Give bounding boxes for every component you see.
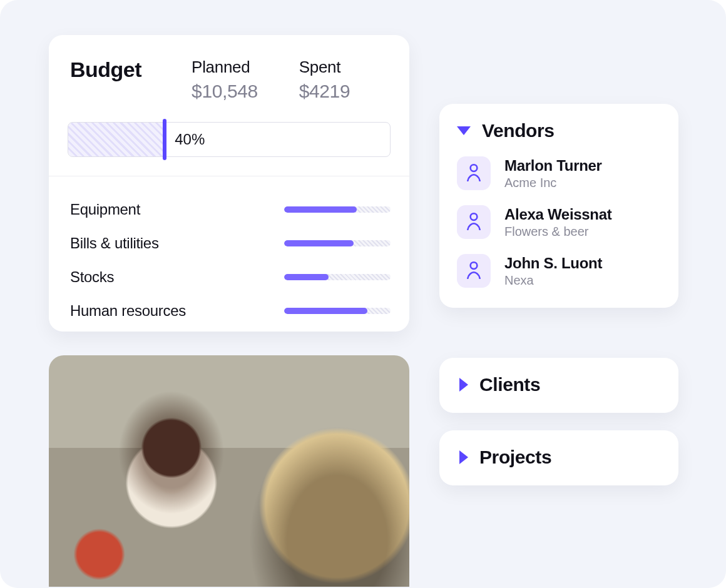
chevron-down-icon [457,126,471,135]
budget-header: Budget Planned $10,548 Spent $4219 [68,58,391,102]
chevron-right-icon [459,450,468,464]
spent-label: Spent [299,58,350,77]
budget-row-label: Human resources [70,302,186,320]
clients-title: Clients [479,374,540,395]
budget-row-bar [284,274,391,280]
budget-row-stocks: Stocks [70,260,391,294]
feature-photo [49,355,409,587]
budget-progress-bar[interactable]: 40% [68,122,391,157]
vendor-list: Marlon Turner Acme Inc Alexa Weissnat Fl… [457,156,661,288]
vendor-company: Flowers & beer [504,225,611,239]
vendor-company: Acme Inc [504,176,602,190]
budget-row-label: Equipment [70,201,140,218]
chevron-right-icon [459,378,468,392]
person-icon [466,211,482,233]
planned-value: $10,548 [192,81,258,102]
clients-panel[interactable]: Clients [439,358,678,413]
vendor-name: Marlon Turner [504,157,602,175]
vendor-item[interactable]: John S. Luont Nexa [457,254,661,288]
planned-label: Planned [192,58,258,77]
budget-row-bar-fill [284,206,357,213]
budget-row-bar [284,206,391,213]
dashboard-canvas: Budget Planned $10,548 Spent $4219 40% E… [0,0,726,588]
svg-point-0 [471,165,478,171]
budget-progress-handle[interactable] [163,119,166,160]
budget-category-list: Equipment Bills & utilities Stocks Human… [68,193,391,328]
person-icon [466,163,482,184]
avatar [457,254,491,288]
svg-point-2 [471,262,478,269]
budget-title: Budget [70,58,141,82]
person-icon [466,260,482,281]
vendor-text: Marlon Turner Acme Inc [504,157,602,190]
budget-row-label: Bills & utilities [70,235,159,252]
vendor-text: John S. Luont Nexa [504,255,602,288]
projects-panel-header[interactable]: Projects [457,447,661,468]
budget-row-bar [284,308,391,314]
projects-title: Projects [479,447,551,468]
budget-row-equipment: Equipment [70,193,391,226]
budget-progress-label: 40% [175,131,205,148]
budget-progress-fill [68,123,165,156]
planned-stat: Planned $10,548 [192,58,258,102]
divider [49,176,409,176]
vendors-title: Vendors [482,120,555,141]
vendors-panel: Vendors Marlon Turner Acme Inc [439,104,678,308]
spent-stat: Spent $4219 [299,58,350,102]
avatar [457,205,491,239]
projects-panel[interactable]: Projects [439,430,678,485]
budget-row-bar-fill [284,274,329,280]
budget-row-bills: Bills & utilities [70,226,391,260]
vendors-panel-header[interactable]: Vendors [457,120,661,141]
budget-row-bar [284,240,391,246]
budget-row-bar-fill [284,240,354,246]
vendor-name: Alexa Weissnat [504,206,611,223]
clients-panel-header[interactable]: Clients [457,374,661,395]
budget-card: Budget Planned $10,548 Spent $4219 40% E… [49,35,409,332]
budget-row-hr: Human resources [70,294,391,328]
vendor-text: Alexa Weissnat Flowers & beer [504,206,611,239]
spent-value: $4219 [299,81,350,102]
vendor-name: John S. Luont [504,255,602,272]
avatar [457,156,491,190]
vendor-company: Nexa [504,273,602,288]
budget-row-label: Stocks [70,268,114,286]
vendor-item[interactable]: Alexa Weissnat Flowers & beer [457,205,661,239]
vendor-item[interactable]: Marlon Turner Acme Inc [457,156,661,190]
budget-row-bar-fill [284,308,367,314]
svg-point-1 [471,213,478,220]
